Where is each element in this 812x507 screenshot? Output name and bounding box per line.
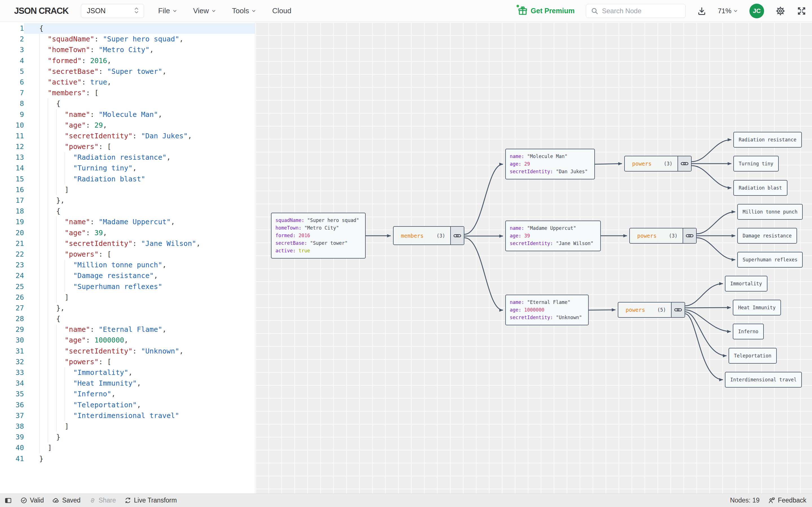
editor-line[interactable]: 10 "age": 29, xyxy=(0,120,255,131)
editor-line[interactable]: 36 "Teleportation", xyxy=(0,400,255,410)
graph-node-powers-3[interactable]: powers (5) xyxy=(618,302,685,318)
toggle-editor-panel-button[interactable] xyxy=(4,497,12,504)
editor-line[interactable]: 21 "secretIdentity": "Jane Wilson", xyxy=(0,238,255,249)
maximize-icon xyxy=(797,6,806,16)
graph-leaf[interactable]: Radiation resistance xyxy=(733,132,802,148)
editor-line[interactable]: 37 "Interdimensional travel" xyxy=(0,410,255,421)
editor-line[interactable]: 31 "secretIdentity": "Unknown", xyxy=(0,346,255,356)
editor-line[interactable]: 25 "Superhuman reflexes" xyxy=(0,281,255,292)
json-editor[interactable]: 1{2 "squadName": "Super hero squad",3 "h… xyxy=(0,22,255,494)
nodes-count: Nodes: 19 xyxy=(730,497,760,504)
avatar[interactable]: JC xyxy=(749,4,764,18)
menu-cloud[interactable]: Cloud xyxy=(272,6,291,15)
link-icon xyxy=(89,497,96,504)
editor-line[interactable]: 18 { xyxy=(0,206,255,217)
editor-line[interactable]: 6 "active": true, xyxy=(0,77,255,88)
graph-leaf[interactable]: Inferno xyxy=(733,324,764,339)
node-row: formed: 2016 xyxy=(275,232,361,239)
status-valid[interactable]: Valid xyxy=(20,497,44,504)
feedback-button[interactable]: Feedback xyxy=(768,497,806,504)
editor-line[interactable]: 30 "age": 1000000, xyxy=(0,335,255,346)
node-row: secretIdentity: "Jane Wilson" xyxy=(510,240,596,247)
graph-node-members[interactable]: members (3) xyxy=(393,226,464,245)
graph-node-member-2[interactable]: name: "Madame Uppercut"age: 39secretIden… xyxy=(505,221,601,251)
editor-line[interactable]: 16 ] xyxy=(0,184,255,195)
editor-line[interactable]: 3 "homeTown": "Metro City", xyxy=(0,45,255,55)
link-icon xyxy=(680,160,689,168)
graph-leaf[interactable]: Heat Immunity xyxy=(733,300,781,316)
editor-line[interactable]: 23 "Million tonne punch", xyxy=(0,260,255,270)
download-button[interactable] xyxy=(697,6,707,16)
graph-leaf[interactable]: Million tonne punch xyxy=(737,204,803,220)
download-icon xyxy=(697,6,707,16)
editor-line[interactable]: 20 "age": 39, xyxy=(0,228,255,238)
editor-line[interactable]: 38 ] xyxy=(0,421,255,432)
menu-view[interactable]: View xyxy=(193,6,216,15)
array-count: (5) xyxy=(657,307,666,313)
editor-line[interactable]: 28 { xyxy=(0,314,255,324)
editor-line[interactable]: 35 "Inferno", xyxy=(0,389,255,399)
cloud-check-icon xyxy=(52,497,59,504)
graph-leaf[interactable]: Damage resistance xyxy=(737,228,797,244)
editor-line[interactable]: 2 "squadName": "Super hero squad", xyxy=(0,34,255,45)
editor-line[interactable]: 27 }, xyxy=(0,303,255,314)
editor-line[interactable]: 8 { xyxy=(0,98,255,109)
graph-leaf[interactable]: Immortality xyxy=(725,276,767,291)
gear-icon xyxy=(775,6,785,16)
fullscreen-button[interactable] xyxy=(797,6,806,16)
editor-line[interactable]: 32 "powers": [ xyxy=(0,356,255,367)
graph-node-root[interactable]: squadName: "Super hero squad"homeTown: "… xyxy=(271,213,366,259)
collapse-toggle-button[interactable] xyxy=(677,156,691,171)
menu-tools[interactable]: Tools xyxy=(232,6,257,15)
editor-line[interactable]: 33 "Immortality", xyxy=(0,367,255,378)
editor-line[interactable]: 9 "name": "Molecule Man", xyxy=(0,109,255,120)
status-share[interactable]: Share xyxy=(89,497,116,504)
graph-leaf[interactable]: Teleportation xyxy=(728,348,777,363)
zoom-level-control[interactable]: 71% xyxy=(718,7,738,15)
collapse-toggle-button[interactable] xyxy=(671,302,684,317)
graph-leaf[interactable]: Turning tiny xyxy=(733,156,779,172)
editor-line[interactable]: 4 "formed": 2016, xyxy=(0,55,255,66)
editor-line[interactable]: 15 "Radiation blast" xyxy=(0,174,255,184)
toolbar-right: Get Premium 71% JC xyxy=(518,4,812,18)
node-row: secretIdentity: "Unknown" xyxy=(510,314,584,321)
editor-line[interactable]: 34 "Heat Immunity", xyxy=(0,378,255,389)
settings-button[interactable] xyxy=(775,6,785,16)
editor-line[interactable]: 14 "Turning tiny", xyxy=(0,163,255,173)
graph-node-powers-1[interactable]: powers (3) xyxy=(624,156,692,172)
collapse-toggle-button[interactable] xyxy=(450,227,464,244)
editor-line[interactable]: 11 "secretIdentity": "Dan Jukes", xyxy=(0,131,255,142)
editor-line[interactable]: 41} xyxy=(0,453,255,464)
editor-line[interactable]: 7 "members": [ xyxy=(0,88,255,98)
graph-leaf[interactable]: Interdimensional travel xyxy=(725,372,802,388)
graph-node-powers-2[interactable]: powers (3) xyxy=(629,228,697,244)
graph-leaf[interactable]: Radiation blast xyxy=(733,180,788,196)
graph-leaf[interactable]: Superhuman reflexes xyxy=(737,252,803,268)
editor-line[interactable]: 5 "secretBase": "Super tower", xyxy=(0,66,255,77)
node-row: name: "Eternal Flame" xyxy=(510,298,584,306)
editor-line[interactable]: 24 "Damage resistance", xyxy=(0,270,255,281)
editor-line[interactable]: 26 ] xyxy=(0,292,255,303)
editor-line[interactable]: 12 "powers": [ xyxy=(0,142,255,152)
graph-node-member-3[interactable]: name: "Eternal Flame"age: 1000000secretI… xyxy=(505,295,589,325)
editor-line[interactable]: 22 "powers": [ xyxy=(0,249,255,260)
status-live-transform[interactable]: Live Transform xyxy=(124,497,177,504)
editor-line[interactable]: 17 }, xyxy=(0,195,255,206)
format-select[interactable]: JSON xyxy=(81,4,144,18)
chevron-down-icon xyxy=(251,8,256,13)
search-input[interactable] xyxy=(601,7,681,15)
editor-line[interactable]: 19 "name": "Madame Uppercut", xyxy=(0,217,255,227)
graph-canvas[interactable]: squadName: "Super hero squad"homeTown: "… xyxy=(255,22,812,494)
get-premium-button[interactable]: Get Premium xyxy=(518,6,574,16)
zoom-level-value: 71% xyxy=(718,7,731,15)
editor-line[interactable]: 13 "Radiation resistance", xyxy=(0,152,255,163)
editor-line[interactable]: 40 ] xyxy=(0,443,255,453)
status-saved[interactable]: Saved xyxy=(52,497,80,504)
menu-file[interactable]: File xyxy=(158,6,177,15)
graph-node-member-1[interactable]: name: "Molecule Man"age: 29secretIdentit… xyxy=(505,149,595,179)
editor-line[interactable]: 39 } xyxy=(0,432,255,443)
collapse-toggle-button[interactable] xyxy=(682,228,696,243)
editor-line[interactable]: 29 "name": "Eternal Flame", xyxy=(0,324,255,335)
editor-line[interactable]: 1{ xyxy=(0,23,255,34)
app-logo[interactable]: JSON CRACK xyxy=(14,6,68,16)
